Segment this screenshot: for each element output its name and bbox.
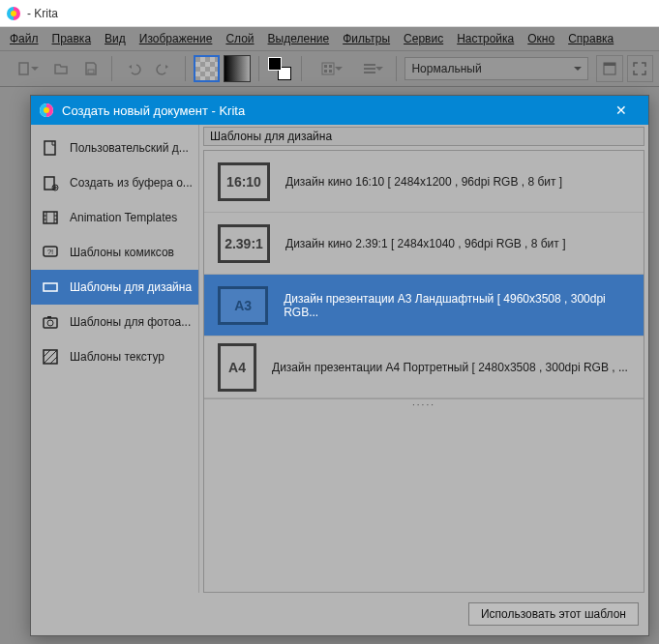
template-row[interactable]: 16:10 Дизайн кино 16:10 [ 2484x1200 , 96… (204, 151, 644, 213)
menu-window[interactable]: Окно (522, 30, 560, 47)
dialog-footer: Использовать этот шаблон (31, 593, 648, 635)
svg-point-24 (47, 320, 53, 326)
krita-logo-icon (6, 6, 21, 21)
template-row[interactable]: A3 Дизайн презентации A3 Ландшафтный [ 4… (204, 275, 644, 337)
texture-icon (41, 347, 60, 366)
svg-rect-16 (45, 141, 55, 155)
svg-text:?!: ?! (47, 248, 54, 256)
section-header: Шаблоны для дизайна (203, 127, 644, 146)
menu-image[interactable]: Изображение (134, 30, 219, 47)
svg-rect-25 (47, 316, 51, 318)
menu-file[interactable]: Файл (4, 30, 45, 47)
template-thumb: 16:10 (218, 162, 270, 201)
app-titlebar: - Krita (0, 0, 659, 27)
blend-mode-combo[interactable]: Нормальный (404, 57, 588, 80)
sidebar-item-design[interactable]: Шаблоны для дизайна (31, 270, 198, 305)
sidebar-item-label: Шаблоны для фотоа... (70, 315, 191, 329)
save-button[interactable] (77, 55, 104, 82)
aspect-icon (41, 278, 60, 297)
template-label: Дизайн презентации A3 Ландшафтный [ 4960… (284, 292, 630, 319)
svg-rect-9 (364, 64, 375, 66)
sidebar-item-texture[interactable]: Шаблоны текстур (31, 339, 198, 374)
menu-tools[interactable]: Сервис (398, 30, 449, 47)
template-label: Дизайн кино 16:10 [ 2484x1200 , 96dpi RG… (285, 175, 562, 189)
menu-help[interactable]: Справка (562, 30, 619, 47)
svg-rect-22 (44, 283, 57, 291)
template-thumb: A3 (218, 286, 268, 325)
new-document-dialog: Создать новый документ - Krita ✕ Пользов… (30, 95, 649, 636)
redo-button[interactable] (151, 55, 177, 82)
dialog-content: Шаблоны для дизайна 16:10 Дизайн кино 16… (199, 125, 648, 593)
template-thumb: 2.39:1 (218, 224, 270, 263)
clipboard-plus-icon (41, 173, 60, 192)
toolbar-sep (111, 56, 112, 81)
film-icon (41, 208, 60, 227)
template-row[interactable]: A4 Дизайн презентации A4 Портретный [ 24… (204, 337, 644, 398)
svg-rect-6 (329, 65, 332, 68)
svg-point-15 (44, 107, 49, 113)
svg-rect-19 (44, 212, 57, 223)
sidebar-item-label: Шаблоны текстур (70, 350, 165, 364)
svg-rect-4 (322, 63, 334, 74)
sidebar-item-clipboard[interactable]: Создать из буфера о... (31, 165, 198, 200)
dialog-titlebar[interactable]: Создать новый документ - Krita ✕ (31, 96, 648, 125)
sidebar-item-label: Шаблоны комиксов (70, 246, 174, 259)
sidebar-item-photo[interactable]: Шаблоны для фотоа... (31, 305, 198, 339)
main-toolbar: Нормальный (0, 50, 659, 87)
menu-settings[interactable]: Настройка (451, 30, 520, 47)
svg-rect-7 (324, 70, 327, 73)
workspace-button[interactable] (596, 55, 622, 82)
dialog-title: Создать новый документ - Krita (62, 103, 245, 118)
svg-rect-10 (364, 68, 375, 70)
brush-preset-button[interactable] (310, 55, 347, 82)
svg-rect-2 (19, 63, 28, 74)
document-icon (41, 138, 60, 158)
template-row[interactable]: 2.39:1 Дизайн кино 2.39:1 [ 2484x1040 , … (204, 213, 644, 275)
pattern-swatch[interactable] (194, 55, 220, 82)
menu-select[interactable]: Выделение (262, 30, 336, 47)
sidebar-item-label: Шаблоны для дизайна (70, 280, 192, 294)
sidebar-item-custom[interactable]: Пользовательский д... (31, 131, 198, 165)
toolbar-sep (301, 56, 302, 81)
splitter-handle[interactable]: ····· (204, 398, 644, 408)
template-thumb: A4 (218, 343, 256, 392)
dialog-close-button[interactable]: ✕ (602, 96, 641, 125)
svg-rect-11 (364, 72, 375, 73)
undo-button[interactable] (120, 55, 146, 82)
sidebar-item-comics[interactable]: ?! Шаблоны комиксов (31, 235, 198, 270)
svg-rect-13 (604, 63, 615, 66)
blend-mode-value: Нормальный (411, 62, 481, 75)
svg-rect-8 (329, 70, 332, 73)
template-preview-area (204, 408, 644, 592)
menu-bar: Файл Правка Вид Изображение Слой Выделен… (0, 27, 659, 50)
use-template-button[interactable]: Использовать этот шаблон (468, 602, 639, 626)
svg-rect-3 (88, 70, 94, 73)
menu-layer[interactable]: Слой (220, 30, 259, 47)
brush-settings-button[interactable] (351, 55, 389, 82)
template-list: 16:10 Дизайн кино 16:10 [ 2484x1200 , 96… (203, 150, 644, 593)
toolbar-sep (258, 56, 259, 81)
dialog-sidebar: Пользовательский д... Создать из буфера … (31, 125, 199, 593)
svg-rect-5 (324, 65, 327, 68)
menu-view[interactable]: Вид (99, 30, 132, 47)
toolbar-sep (396, 56, 397, 81)
sidebar-item-animation[interactable]: Animation Templates (31, 200, 198, 235)
gradient-swatch[interactable] (224, 55, 250, 82)
open-button[interactable] (47, 55, 74, 82)
fullscreen-button[interactable] (627, 55, 653, 82)
app-title: - Krita (27, 7, 58, 20)
menu-filters[interactable]: Фильтры (337, 30, 396, 47)
new-doc-button[interactable] (6, 55, 44, 82)
comic-icon: ?! (41, 243, 60, 262)
svg-point-1 (11, 11, 16, 16)
krita-logo-icon (39, 102, 54, 118)
toolbar-sep (185, 56, 186, 81)
sidebar-item-label: Создать из буфера о... (70, 176, 193, 190)
camera-icon (41, 312, 60, 332)
sidebar-item-label: Animation Templates (70, 211, 177, 224)
template-label: Дизайн кино 2.39:1 [ 2484x1040 , 96dpi R… (285, 237, 565, 250)
fg-bg-color[interactable] (266, 55, 292, 82)
menu-edit[interactable]: Правка (46, 30, 98, 47)
template-label: Дизайн презентации A4 Портретный [ 2480x… (272, 361, 628, 374)
sidebar-item-label: Пользовательский д... (70, 141, 189, 155)
